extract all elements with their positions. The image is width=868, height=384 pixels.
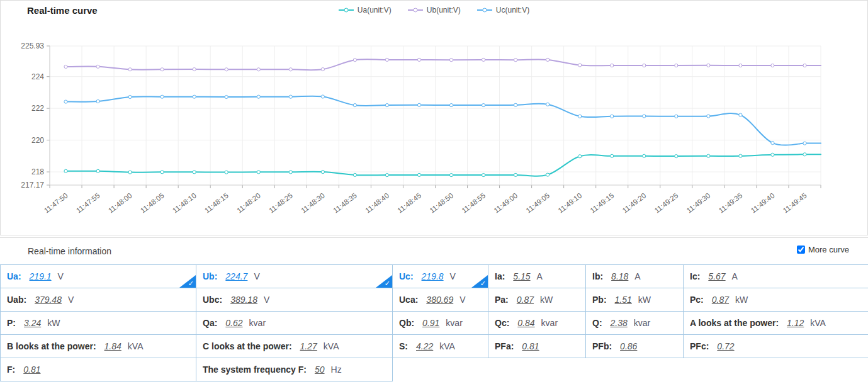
cell-label: Uab: [7, 295, 26, 305]
cell-label: S: [399, 341, 408, 351]
svg-text:11:48:55: 11:48:55 [460, 191, 487, 214]
cell-unit: kVA [128, 341, 144, 351]
cell-unit: A [732, 271, 738, 281]
svg-text:11:48:05: 11:48:05 [139, 191, 166, 214]
info-cell-ib: Ib:8.18A [586, 265, 684, 288]
info-cell-qb: Qb:0.91kvar [393, 312, 488, 335]
info-cell-qc: Qc:0.84kvar [488, 312, 586, 335]
cell-value: 0.87 [517, 295, 534, 305]
svg-text:11:47:55: 11:47:55 [75, 191, 101, 214]
svg-text:11:47:50: 11:47:50 [43, 191, 69, 214]
cell-value: 8.18 [611, 271, 628, 281]
selected-check-icon [179, 275, 196, 288]
svg-text:11:48:45: 11:48:45 [396, 191, 422, 214]
info-cell-uab: Uab:379.48V [1, 288, 196, 312]
info-cell-ia: Ia:5.15A [488, 265, 586, 288]
cell-label: Ic: [690, 271, 700, 281]
cell-label: Qa: [203, 318, 217, 328]
svg-text:224: 224 [31, 72, 44, 81]
info-cell-pc: Pc:0.87kW [684, 288, 868, 312]
legend-item-ua[interactable]: Ua(unit:V) [339, 6, 392, 14]
cell-unit: V [68, 295, 74, 305]
svg-text:11:49:45: 11:49:45 [782, 191, 808, 214]
cell-label: PFc: [690, 341, 709, 351]
info-cell-ubc: Ubc:389.18V [196, 288, 393, 312]
info-cell-pfa: PFa:0.81 [488, 335, 586, 358]
cell-label: Pa: [495, 295, 509, 305]
info-cell-a-looks-at-the-power: A looks at the power:1.12kVA [684, 312, 868, 335]
svg-text:11:48:00: 11:48:00 [107, 191, 133, 214]
svg-text:11:49:15: 11:49:15 [589, 191, 615, 214]
cell-value: 0.84 [517, 318, 534, 328]
svg-text:217.17: 217.17 [21, 181, 44, 189]
cell-label: A looks at the power: [690, 318, 779, 328]
cell-unit: kW [540, 295, 553, 305]
info-cell-q: Q:2.38kvar [586, 312, 684, 335]
info-cell-ic: Ic:5.67A [684, 265, 868, 288]
more-curve-toggle[interactable]: More curve [797, 245, 849, 254]
table-row: B looks at the power:1.84kVAC looks at t… [1, 335, 868, 358]
cell-value: 219.8 [422, 271, 444, 281]
cell-label: Ubc: [203, 295, 222, 305]
cell-label: Q: [592, 318, 602, 328]
info-cell-pfc: PFc:0.72 [684, 335, 868, 358]
cell-value: 0.81 [23, 364, 40, 375]
cell-value: 380.69 [426, 295, 453, 305]
legend-label: Ub(unit:V) [427, 6, 461, 14]
info-cell-pa: Pa:0.87kW [488, 288, 586, 312]
cell-value: 50 [315, 364, 325, 375]
cell-value: 3.24 [24, 318, 41, 328]
legend-item-ub[interactable]: Ub(unit:V) [408, 6, 461, 14]
cell-label: Ub: [203, 271, 217, 281]
cell-value: 1.84 [104, 341, 121, 351]
cell-value: 0.87 [712, 295, 729, 305]
svg-text:11:48:35: 11:48:35 [332, 191, 358, 214]
info-cell-s: S:4.22kVA [393, 335, 488, 358]
info-cell-c-looks-at-the-power: C looks at the power:1.27kVA [196, 335, 393, 358]
more-curve-checkbox[interactable] [797, 246, 805, 254]
cell-value: 0.72 [717, 341, 734, 351]
cell-value: 219.1 [30, 271, 52, 281]
cell-unit: A [537, 271, 543, 281]
info-cell-uc[interactable]: Uc:219.8V [393, 265, 488, 288]
info-cell-uca: Uca:380.69V [393, 288, 488, 312]
cell-label: PFa: [495, 341, 514, 351]
svg-text:11:48:20: 11:48:20 [235, 191, 262, 214]
cell-value: 1.12 [787, 318, 804, 328]
cell-label: The system frequency F: [203, 364, 307, 375]
info-cell-b-looks-at-the-power: B looks at the power:1.84kVA [1, 335, 196, 358]
cell-value: 5.67 [708, 271, 725, 281]
cell-label: Uca: [399, 295, 418, 305]
legend-marker-icon [408, 9, 423, 11]
cell-label: Qc: [495, 318, 509, 328]
svg-text:11:49:00: 11:49:00 [492, 191, 519, 214]
cell-label: PFb: [592, 341, 612, 351]
cell-unit: kVA [810, 318, 826, 328]
info-cell-pfb: PFb:0.86 [586, 335, 684, 358]
cell-value: 224.7 [225, 271, 247, 281]
table-row: P:3.24kWQa:0.62kvarQb:0.91kvarQc:0.84kva… [1, 312, 868, 335]
cell-value: 1.27 [300, 341, 317, 351]
info-cell-ua[interactable]: Ua:219.1V [1, 265, 196, 288]
cell-unit: kVA [324, 341, 339, 351]
realtime-curve-chart: 217.17218220222224225.9311:47:5011:47:55… [1, 1, 868, 235]
cell-label: Ua: [7, 271, 21, 281]
svg-text:11:48:15: 11:48:15 [203, 191, 230, 214]
cell-label: Qb: [399, 318, 414, 328]
legend-marker-icon [339, 9, 354, 11]
info-cell-ub[interactable]: Ub:224.7V [196, 265, 393, 288]
info-header: Real-time information More curve [0, 238, 868, 264]
cell-unit: A [634, 271, 640, 281]
svg-text:11:48:10: 11:48:10 [171, 191, 198, 214]
cell-label: Ia: [495, 271, 505, 281]
cell-unit: kvar [249, 318, 266, 328]
cell-value: 0.62 [225, 318, 242, 328]
cell-value: 379.48 [35, 295, 62, 305]
cell-label: F: [7, 364, 15, 375]
legend-marker-icon [477, 9, 492, 11]
legend-item-uc[interactable]: Uc(unit:V) [477, 6, 529, 14]
cell-label: Pc: [690, 295, 704, 305]
cell-label: Ib: [592, 271, 603, 281]
cell-value: 389.18 [230, 295, 257, 305]
table-row: Uab:379.48VUbc:389.18VUca:380.69VPa:0.87… [1, 288, 868, 312]
